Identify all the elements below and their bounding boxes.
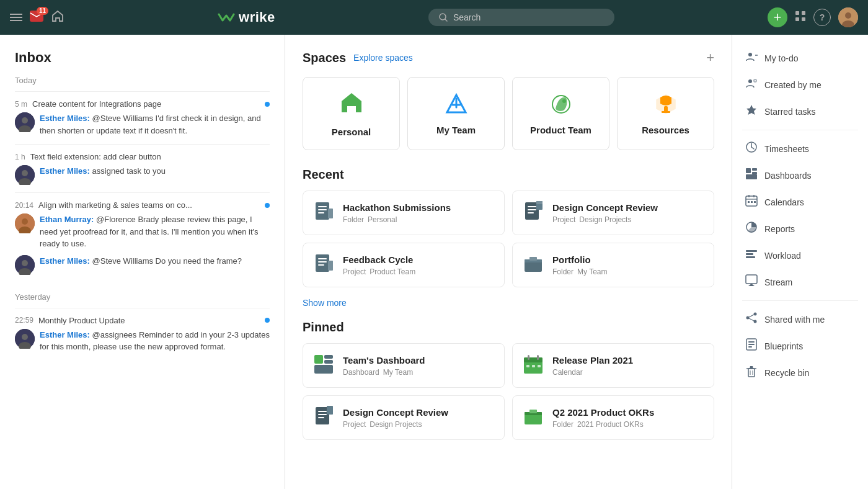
explore-spaces-link[interactable]: Explore spaces [353,53,413,63]
resources-icon [654,92,678,119]
release-info: Release Plan 2021 Calendar [552,355,704,377]
recent-item-design[interactable]: Design Concept Review ProjectDesign Proj… [512,191,714,235]
space-card-personal[interactable]: Personal [303,77,400,150]
feedback-name: Feedback Cycle [343,254,494,265]
list-item[interactable]: 22:59 Monthly Product Update Esther Mile… [15,308,270,361]
dashboard-meta: DashboardMy Team [343,368,494,377]
feedback-info: Feedback Cycle ProjectProduct Team [343,254,494,276]
sidebar-item-created[interactable]: Created by me [732,71,868,98]
svg-rect-60 [538,365,541,367]
recent-item-feedback[interactable]: Feedback Cycle ProjectProduct Team [303,243,505,287]
avatar[interactable] [838,7,858,27]
pinned-item-dashboard[interactable]: Team's Dashboard DashboardMy Team [303,343,505,388]
hackathon-icon [313,201,334,225]
dashboard-icon [313,354,334,377]
list-item[interactable]: 20:14 Align with marketing & sales teams… [15,192,270,282]
sidebar-item-reports[interactable]: Reports [732,215,868,242]
shared-label: Shared with me [764,315,825,325]
help-button[interactable]: ? [813,9,831,26]
svg-rect-58 [526,365,529,367]
logo-text: wrike [239,9,275,25]
svg-rect-62 [318,411,327,412]
feedback-icon [313,253,334,277]
sidebar-item-starred[interactable]: Starred tasks [732,98,868,125]
list-item[interactable]: 1 h Text field extension: add clear butt… [15,144,270,192]
add-button[interactable]: + [768,7,787,27]
pinned-item-release[interactable]: Release Plan 2021 Calendar [512,343,714,388]
grid-icon[interactable] [795,11,806,25]
inbox-message: Esther Miles: @Steve Williams I'd first … [40,112,270,137]
sidebar-item-calendars[interactable]: Calendars [732,189,868,215]
space-card-myteam[interactable]: My Team [407,77,505,150]
svg-rect-6 [802,17,805,21]
svg-rect-79 [746,168,751,173]
top-header: 11 wrike Search + ? [0,0,868,35]
inbox-title-text: Monthly Product Update [38,316,265,325]
stream-label: Stream [764,277,792,287]
svg-rect-92 [746,253,753,255]
okrs-icon [523,406,544,429]
svg-line-2 [445,19,447,22]
svg-rect-57 [537,355,539,360]
pinned-design-icon [313,406,334,429]
okrs-name: Q2 2021 Product OKRs [552,407,704,418]
svg-rect-102 [748,344,755,345]
inbox-panel: Inbox Today 5 m Create content for Integ… [0,35,285,489]
home-button[interactable] [51,9,64,26]
created-label: Created by me [764,80,822,90]
svg-rect-89 [754,201,756,203]
add-space-button[interactable]: + [706,50,714,66]
space-name-resources: Resources [642,125,689,135]
spaces-grid: Personal My Team [303,77,714,150]
svg-point-96 [754,313,757,316]
space-name-productteam: Product Team [530,125,591,135]
sidebar-item-workload[interactable]: Workload [732,242,868,269]
reports-label: Reports [764,224,795,234]
show-more-button[interactable]: Show more [303,298,347,308]
sidebar-item-mytodo[interactable]: My to-do [732,45,868,71]
search-bar[interactable]: Search [428,9,614,26]
feedback-meta: ProjectProduct Team [343,267,494,276]
svg-rect-104 [748,369,755,377]
myteam-icon [445,92,468,119]
inbox-message: Esther Miles: @assignees Reminder to add… [40,329,270,353]
svg-rect-82 [746,174,757,179]
right-sidebar: My to-do Created by me Starred tasks [732,35,868,489]
sidebar-item-dashboards[interactable]: Dashboards [732,162,868,189]
blueprints-label: Blueprints [764,341,803,351]
sidebar-item-blueprints[interactable]: Blueprints [732,333,868,359]
reports-icon [745,221,758,236]
menu-button[interactable] [10,14,22,21]
svg-line-78 [751,147,754,149]
svg-rect-49 [529,257,537,261]
space-card-resources[interactable]: Resources [617,77,714,150]
sidebar-item-stream[interactable]: Stream [732,269,868,295]
recycle-label: Recycle bin [764,368,809,378]
svg-rect-44 [318,261,327,262]
pinned-item-okrs[interactable]: Q2 2021 Product OKRs Folder2021 Product … [512,395,714,440]
svg-rect-45 [318,264,324,266]
inbox-button[interactable]: 11 [30,11,43,24]
svg-rect-36 [328,209,333,218]
svg-rect-33 [318,206,327,207]
hackathon-meta: FolderPersonal [343,215,494,224]
space-card-productteam[interactable]: Product Team [512,77,609,150]
sidebar-item-timesheets[interactable]: Timesheets [732,135,868,162]
svg-point-23 [22,334,28,340]
sidebar-divider-2 [742,300,858,301]
svg-rect-43 [318,258,327,259]
unread-dot [265,318,270,323]
svg-rect-81 [752,172,757,174]
blueprints-icon [745,338,758,354]
inbox-title-text: Text field extension: add clear button [30,152,270,161]
inbox-message: Ethan Murray: @Florence Brady please rev… [40,213,270,250]
sidebar-item-shared[interactable]: Shared with me [732,306,868,333]
recent-item-hackathon[interactable]: Hackathon Submissions FolderPersonal [303,191,505,235]
stream-icon [745,274,758,290]
inbox-time: 22:59 [15,316,33,325]
recent-item-portfolio[interactable]: Portfolio FolderMy Team [512,243,714,287]
svg-rect-31 [662,111,670,113]
pinned-item-design[interactable]: Design Concept Review ProjectDesign Proj… [303,395,505,440]
list-item[interactable]: 5 m Create content for Integrations page… [15,91,270,144]
sidebar-item-recycle[interactable]: Recycle bin [732,359,868,386]
